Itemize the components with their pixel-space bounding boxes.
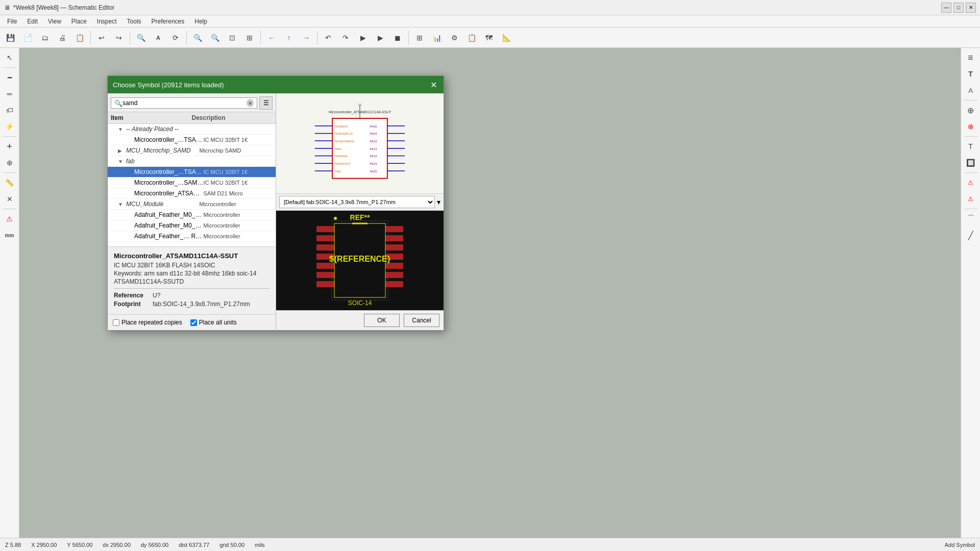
close-button[interactable]: ✕ [966, 3, 976, 13]
menu-tools[interactable]: Tools [122, 17, 146, 26]
right-sidebar-t2[interactable]: T [963, 139, 978, 154]
cancel-button[interactable]: Cancel [404, 314, 439, 327]
schematic-svg: PA28/RST PA30/SWCLK PA31E/SWDIO PA04 PA0… [276, 93, 444, 193]
right-sidebar-box[interactable]: 🔲 [963, 155, 978, 170]
svg-text:PA05/XIN: PA05/XIN [334, 155, 347, 158]
menu-preferences[interactable]: Preferences [146, 17, 190, 26]
filter-button[interactable]: ☰ [259, 96, 273, 110]
save-button[interactable]: 💾 [2, 30, 18, 46]
toolbar-sep-1 [90, 31, 91, 45]
search-clear-button[interactable]: ✕ [247, 99, 254, 107]
list-item[interactable]: Microcontroller_…TSAMD11C14A-SSUT IC MCU… [108, 135, 276, 145]
maximize-button[interactable]: □ [953, 3, 964, 13]
list-item[interactable]: ▼ fab [108, 156, 276, 167]
sidebar-add-symbol[interactable]: + [2, 139, 17, 154]
list-item[interactable]: Microcontroller_…SAMD11D14A-SSUT IC MCU … [108, 178, 276, 188]
item-label: Adafruit_Feather_M0_Basic_Proto [134, 211, 204, 218]
nav-up-button[interactable]: ↑ [281, 30, 297, 46]
list-item[interactable]: Microcontroller_ATSAMD21E17A-AUT SAM D21… [108, 188, 276, 199]
copy-button[interactable]: 📋 [71, 30, 88, 46]
dialog-close-button[interactable]: ✕ [428, 80, 438, 90]
footprint-dropdown[interactable]: [Default] fab:SOIC-14_3.9x8.7mm_P1.27mm [279, 196, 435, 208]
menu-help[interactable]: Help [189, 17, 212, 26]
annotate-button[interactable]: A [150, 30, 166, 46]
list-item[interactable]: ▼ MCU_Module Microcontroller [108, 199, 276, 210]
sidebar-select-tool[interactable]: ↖ [2, 50, 17, 65]
tree-desc: SAM D21 Micro [204, 190, 273, 196]
schematic-button[interactable]: 📐 [498, 30, 514, 46]
zoom-out-button[interactable]: 🔍 [189, 30, 206, 46]
right-sidebar-filter[interactable]: ≡ [963, 50, 978, 65]
list-item[interactable]: Adafruit_Feather_… RFM9x LoRa Radio Micr… [108, 231, 276, 242]
new-button[interactable]: 📄 [19, 30, 36, 46]
sidebar-bus-tool[interactable]: ═ [2, 86, 17, 102]
ok-button[interactable]: OK [364, 314, 400, 327]
net-button[interactable]: 📊 [429, 30, 445, 46]
menu-edit[interactable]: Edit [22, 17, 43, 26]
redo-button[interactable]: ↪ [111, 30, 127, 46]
dropdown-arrow-icon[interactable]: ▾ [437, 198, 440, 206]
right-sidebar-add[interactable]: ⊕ [963, 103, 978, 118]
tree-header-desc: Description [192, 114, 273, 121]
nav-back-button[interactable]: ← [263, 30, 280, 46]
sidebar-measure[interactable]: 📏 [2, 175, 17, 190]
menu-file[interactable]: File [2, 17, 22, 26]
grid-button[interactable]: ⊞ [411, 30, 428, 46]
place-repeated-checkbox-wrap: Place repeated copies [113, 319, 182, 326]
undo-button[interactable]: ↩ [93, 30, 110, 46]
list-item[interactable]: Adafruit_Feather_M0_BluefruitLE Microcon… [108, 220, 276, 231]
footprint-value: fab:SOIC-14_3.9x8.7mm_P1.27mm [153, 300, 250, 308]
play-button[interactable]: ▶ [355, 30, 371, 46]
item-label: Microcontroller_…TSAMD11C14A-SSUT [134, 168, 204, 176]
sidebar-units[interactable]: mm [2, 228, 17, 243]
refresh-button[interactable]: ⟳ [167, 30, 184, 46]
print-button[interactable]: 🖨 [54, 30, 70, 46]
right-sidebar-del[interactable]: ⊗ [963, 119, 978, 134]
expand-icon: ▶ [118, 148, 126, 154]
choose-symbol-dialog: Choose Symbol (20912 items loaded) ✕ 🔍 ✕… [107, 76, 444, 331]
right-sidebar-warn2[interactable]: ⚠ [963, 191, 978, 207]
tree-list[interactable]: ▼ -- Already Placed -- Microcontroller_…… [108, 124, 276, 246]
run-button[interactable]: ▶ [372, 30, 388, 46]
zoom-selection-button[interactable]: ⊞ [241, 30, 258, 46]
svg-text:U: U [358, 103, 361, 107]
bom-button[interactable]: 📋 [463, 30, 480, 46]
stop-button[interactable]: ◼ [389, 30, 406, 46]
right-sidebar-text[interactable]: T [963, 66, 978, 82]
list-item[interactable]: ▶ MCU_Microchip_SAMD Microchip SAMD [108, 145, 276, 156]
list-item[interactable]: Microcontroller_…TSAMD11C14A-SSUT IC MCU… [108, 167, 276, 178]
settings-button[interactable]: ⚙ [446, 30, 462, 46]
menu-inspect[interactable]: Inspect [92, 17, 122, 26]
place-repeated-checkbox[interactable] [113, 319, 119, 326]
right-sidebar-label[interactable]: A [963, 83, 978, 98]
right-sidebar-warn[interactable]: ⚠ [963, 175, 978, 190]
titlebar-controls[interactable]: — □ ✕ [941, 3, 976, 13]
list-item[interactable]: ▼ -- Already Placed -- [108, 124, 276, 135]
minimize-button[interactable]: — [941, 3, 951, 13]
place-all-units-label: Place all units [199, 319, 237, 326]
zoom-in-button[interactable]: 🔍 [207, 30, 223, 46]
sidebar-wire-tool[interactable]: ━ [2, 70, 17, 85]
search-input[interactable] [122, 99, 247, 107]
mirror-button[interactable]: ↶ [320, 30, 336, 46]
menu-view[interactable]: View [43, 17, 66, 26]
reference-label: Reference [114, 292, 150, 299]
flip-button[interactable]: ↷ [337, 30, 354, 46]
zoom-fit-button[interactable]: ⊡ [224, 30, 240, 46]
sidebar-label-tool[interactable]: 🏷 [2, 103, 17, 118]
place-all-units-checkbox[interactable] [190, 319, 197, 326]
status-dy: dy 5650.00 [141, 542, 168, 548]
status-grid: grid 50.00 [219, 542, 244, 548]
nav-fwd-button[interactable]: → [298, 30, 314, 46]
sidebar-power-tool[interactable]: ⚡ [2, 119, 17, 134]
right-sidebar-line[interactable]: ╱ [963, 228, 978, 243]
list-item[interactable]: Adafruit_Feather_M0_Basic_Proto Microcon… [108, 210, 276, 220]
map-button[interactable]: 🗺 [481, 30, 497, 46]
right-sidebar-arc[interactable]: ⌒ [963, 211, 978, 227]
sidebar-add-power[interactable]: ⊕ [2, 155, 17, 170]
menu-place[interactable]: Place [66, 17, 92, 26]
open-button[interactable]: 🗂 [37, 30, 53, 46]
sidebar-no-connect[interactable]: ✕ [2, 191, 17, 207]
search-button[interactable]: 🔍 [133, 30, 149, 46]
sidebar-highlight[interactable]: ⚠ [2, 211, 17, 227]
